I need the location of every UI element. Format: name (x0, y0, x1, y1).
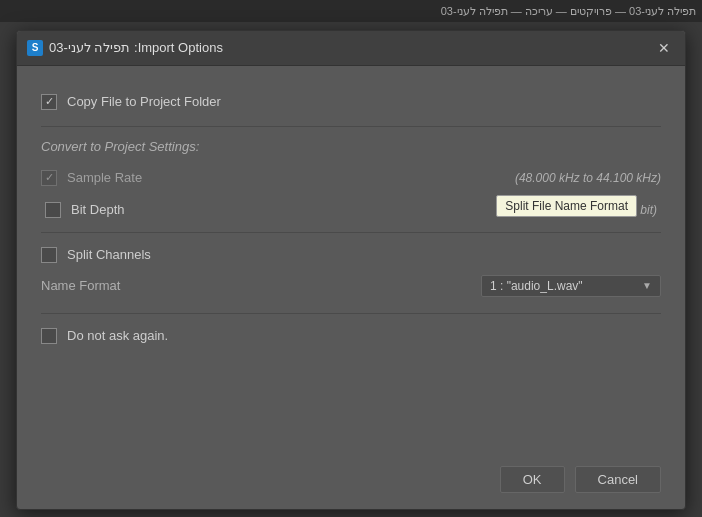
name-format-label: Name Format (41, 278, 120, 293)
cancel-button[interactable]: Cancel (575, 466, 661, 493)
copy-file-row: Copy File to Project Folder (41, 84, 661, 120)
divider-3 (41, 313, 661, 314)
dialog-title: Import Options: תפילה לעני-03 (49, 40, 223, 55)
dialog-body: Copy File to Project Folder Convert to P… (17, 66, 685, 456)
dropdown-value: 1 : "audio_L.wav" (490, 279, 583, 293)
sample-rate-checkbox (41, 170, 57, 186)
sample-rate-row: Sample Rate (48.000 kHz to 44.100 kHz) (41, 162, 661, 194)
do-not-ask-label: Do not ask again. (67, 328, 168, 343)
dialog-footer: OK Cancel (17, 456, 685, 509)
split-channels-container[interactable]: Split Channels (41, 247, 151, 263)
divider-1 (41, 126, 661, 127)
name-format-dropdown[interactable]: 1 : "audio_L.wav" ▼ (481, 275, 661, 297)
split-channels-row: Split Channels (41, 239, 661, 271)
titlebar-left: S Import Options: תפילה לעני-03 (27, 40, 223, 56)
convert-heading: Convert to Project Settings: (41, 139, 661, 154)
close-button[interactable]: ✕ (653, 37, 675, 59)
ok-button[interactable]: OK (500, 466, 565, 493)
chevron-down-icon: ▼ (642, 280, 652, 291)
split-channels-checkbox[interactable] (41, 247, 57, 263)
copy-file-checkbox[interactable] (41, 94, 57, 110)
dialog-titlebar: S Import Options: תפילה לעני-03 ✕ (17, 31, 685, 66)
split-file-name-format-tooltip: Split File Name Format (496, 195, 637, 217)
taskbar-text: תפילה לעני-03 — פרויקטים — עריכה — תפילה… (441, 5, 696, 18)
bit-depth-left: Bit Depth (45, 202, 124, 218)
split-channels-label: Split Channels (67, 247, 151, 262)
bit-depth-checkbox[interactable] (45, 202, 61, 218)
divider-2 (41, 232, 661, 233)
sample-rate-label: Sample Rate (67, 170, 142, 185)
sample-rate-note: (48.000 kHz to 44.100 kHz) (515, 171, 661, 185)
do-not-ask-checkbox[interactable] (41, 328, 57, 344)
copy-file-label: Copy File to Project Folder (67, 94, 221, 109)
sample-rate-left: Sample Rate (41, 170, 142, 186)
bit-depth-label: Bit Depth (71, 202, 124, 217)
do-not-ask-row: Do not ask again. (41, 320, 661, 352)
taskbar: תפילה לעני-03 — פרויקטים — עריכה — תפילה… (0, 0, 702, 22)
import-options-dialog: S Import Options: תפילה לעני-03 ✕ Copy F… (16, 30, 686, 510)
copy-file-checkbox-container[interactable]: Copy File to Project Folder (41, 94, 221, 110)
name-format-row: Name Format 1 : "audio_L.wav" ▼ (41, 271, 661, 307)
app-icon: S (27, 40, 43, 56)
